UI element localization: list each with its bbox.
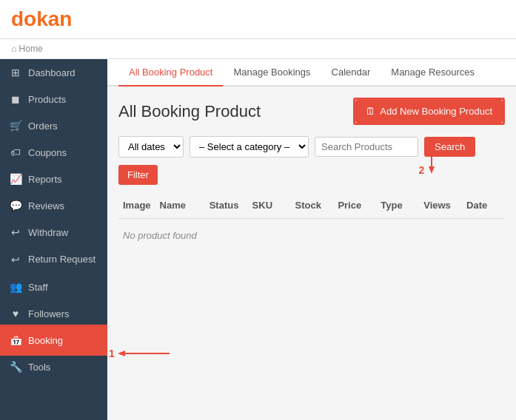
filters-row: All dates – Select a category – Search bbox=[118, 136, 505, 158]
tab-manage-bookings[interactable]: Manage Bookings bbox=[223, 59, 321, 87]
date-filter[interactable]: All dates bbox=[118, 136, 184, 158]
sidebar-label-orders: Orders bbox=[28, 121, 58, 132]
page-title: All Booking Product bbox=[118, 102, 261, 121]
main-layout: ⊞ Dashboard ◼ Products 🛒 Orders 🏷 Coupon… bbox=[0, 59, 516, 420]
sidebar-label-products: Products bbox=[28, 94, 66, 105]
reviews-icon: 💬 bbox=[9, 200, 22, 211]
staff-icon: 👥 bbox=[9, 281, 22, 293]
sidebar-label-dashboard: Dashboard bbox=[28, 67, 76, 78]
reports-icon: 📈 bbox=[9, 173, 22, 185]
sidebar-label-reports: Reports bbox=[28, 174, 62, 185]
sidebar-label-withdraw: Withdraw bbox=[28, 227, 68, 238]
orders-icon: 🛒 bbox=[9, 120, 22, 132]
sidebar: ⊞ Dashboard ◼ Products 🛒 Orders 🏷 Coupon… bbox=[0, 59, 107, 420]
logo: dokan bbox=[11, 7, 505, 31]
sidebar-item-reports[interactable]: 📈 Reports bbox=[0, 166, 107, 192]
withdraw-icon: ↩ bbox=[9, 226, 22, 238]
return-icon: ↩ bbox=[9, 253, 22, 266]
col-date: Date bbox=[462, 197, 505, 214]
sidebar-item-tools[interactable]: 🔧 Tools bbox=[0, 353, 107, 380]
sidebar-label-tools: Tools bbox=[28, 362, 50, 373]
table-header: Image Name Status SKU Stock Price Type V… bbox=[118, 192, 505, 219]
page-wrapper: dokan Home ⊞ Dashboard ◼ Products 🛒 Orde… bbox=[0, 0, 516, 420]
tabs-bar: All Booking Product Manage Bookings Cale… bbox=[107, 59, 516, 87]
col-views: Views bbox=[419, 197, 462, 214]
sidebar-label-booking: Booking bbox=[28, 335, 63, 346]
sidebar-item-staff[interactable]: 👥 Staff bbox=[0, 274, 107, 300]
sidebar-item-reviews[interactable]: 💬 Reviews bbox=[0, 192, 107, 219]
col-sku: SKU bbox=[248, 197, 291, 214]
sidebar-item-followers[interactable]: ♥ Followers bbox=[0, 300, 107, 327]
sidebar-item-dashboard[interactable]: ⊞ Dashboard bbox=[0, 59, 107, 86]
sidebar-item-coupons[interactable]: 🏷 Coupons bbox=[0, 139, 107, 166]
tab-calendar[interactable]: Calendar bbox=[321, 59, 381, 87]
search-input[interactable] bbox=[315, 137, 418, 157]
logo-highlight: do bbox=[11, 7, 36, 30]
sidebar-label-followers: Followers bbox=[28, 308, 70, 319]
col-type: Type bbox=[376, 197, 419, 214]
content-area: All Booking Product 🗓 Add New Booking Pr… bbox=[107, 87, 516, 263]
category-filter[interactable]: – Select a category – bbox=[190, 136, 309, 158]
sidebar-item-withdraw[interactable]: ↩ Withdraw bbox=[0, 219, 107, 245]
dashboard-icon: ⊞ bbox=[9, 67, 22, 78]
breadcrumb[interactable]: Home bbox=[0, 39, 516, 59]
breadcrumb-home[interactable]: Home bbox=[19, 44, 43, 54]
tab-all-booking[interactable]: All Booking Product bbox=[118, 59, 223, 87]
header: dokan bbox=[0, 0, 516, 39]
col-name: Name bbox=[155, 197, 205, 214]
col-stock: Stock bbox=[290, 197, 333, 214]
search-button[interactable]: Search bbox=[424, 137, 475, 157]
sidebar-label-staff: Staff bbox=[28, 282, 48, 293]
logo-rest: kan bbox=[36, 7, 72, 30]
sidebar-label-return: Return Request bbox=[28, 254, 96, 266]
sidebar-item-orders[interactable]: 🛒 Orders bbox=[0, 112, 107, 139]
sidebar-item-return-request[interactable]: ↩ Return Request bbox=[0, 245, 107, 274]
followers-icon: ♥ bbox=[9, 308, 22, 319]
coupons-icon: 🏷 bbox=[9, 146, 22, 158]
add-icon: 🗓 bbox=[366, 106, 375, 117]
add-button-wrapper: 🗓 Add New Booking Product bbox=[353, 98, 505, 125]
filter-button[interactable]: Filter bbox=[118, 165, 158, 185]
sidebar-label-coupons: Coupons bbox=[28, 147, 67, 158]
sidebar-item-products[interactable]: ◼ Products bbox=[0, 86, 107, 112]
main-content: All Booking Product Manage Bookings Cale… bbox=[107, 59, 516, 420]
sidebar-label-reviews: Reviews bbox=[28, 200, 64, 211]
tools-icon: 🔧 bbox=[9, 361, 22, 373]
content-header: All Booking Product 🗓 Add New Booking Pr… bbox=[118, 98, 505, 125]
add-button-label: Add New Booking Product bbox=[380, 106, 492, 117]
col-image: Image bbox=[118, 197, 155, 214]
col-status: Status bbox=[205, 197, 248, 214]
col-price: Price bbox=[333, 197, 376, 214]
products-icon: ◼ bbox=[9, 93, 22, 105]
empty-message: No product found bbox=[118, 219, 505, 252]
tab-manage-resources[interactable]: Manage Resources bbox=[381, 59, 485, 87]
add-new-booking-button[interactable]: 🗓 Add New Booking Product bbox=[355, 100, 503, 123]
sidebar-item-booking[interactable]: 📅 Booking bbox=[0, 327, 107, 353]
booking-icon: 📅 bbox=[9, 334, 22, 346]
